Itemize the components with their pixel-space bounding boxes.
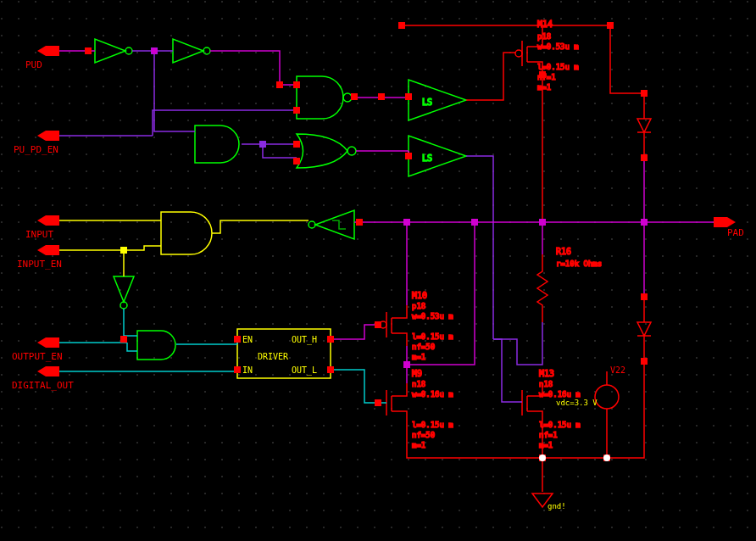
ls1-label: LS (422, 98, 432, 107)
svg-rect-55 (471, 219, 478, 226)
svg-text:p18: p18 (412, 302, 425, 310)
svg-text:r=10k Ohms: r=10k Ohms (556, 259, 602, 268)
svg-text:p18: p18 (537, 32, 551, 41)
svg-rect-44 (293, 81, 300, 88)
svg-text:m=1: m=1 (537, 83, 551, 92)
m14-name: M14 (537, 20, 553, 29)
svg-text:m=1: m=1 (412, 441, 425, 449)
svg-text:w=0.16u m: w=0.16u m (539, 390, 581, 399)
svg-text:n18: n18 (412, 380, 425, 388)
driver-outh: OUT_H (292, 335, 317, 345)
svg-text:vdc=3.3 V: vdc=3.3 V (556, 399, 598, 407)
gnd-label: gnd! (548, 502, 566, 510)
svg-rect-64 (375, 321, 381, 328)
driver-in: IN (242, 365, 253, 375)
svg-rect-62 (327, 336, 334, 343)
svg-rect-47 (293, 141, 300, 148)
driver-name: DRIVER (258, 352, 289, 361)
svg-text:w=0.53u m: w=0.53u m (412, 312, 453, 321)
svg-text:n18: n18 (539, 380, 553, 388)
svg-rect-1 (0, 0, 756, 541)
svg-text:nf=50: nf=50 (412, 343, 435, 351)
svg-point-77 (259, 141, 266, 148)
svg-rect-66 (403, 361, 410, 368)
svg-rect-65 (375, 399, 381, 406)
port-input-label: INPUT (25, 229, 53, 240)
svg-rect-57 (641, 219, 648, 226)
svg-text:w=0.53u m: w=0.53u m (537, 42, 579, 51)
svg-text:l=0.15u m: l=0.15u m (412, 332, 453, 341)
svg-rect-45 (293, 107, 300, 114)
svg-text:l=0.15u m: l=0.15u m (412, 421, 453, 429)
svg-rect-53 (356, 219, 363, 226)
m10-name: M10 (412, 291, 427, 300)
driver-en: EN (242, 335, 253, 344)
ls2-label: LS (422, 153, 432, 163)
svg-rect-70 (641, 154, 648, 161)
port-pud-label: PUD (25, 59, 42, 70)
svg-rect-51 (405, 93, 412, 100)
svg-rect-58 (120, 247, 127, 254)
m9-name: M9 (412, 369, 422, 378)
schematic-canvas[interactable]: PUD PU_PD_EN INPUT INPUT_EN OUTPUT_EN DI… (0, 0, 756, 541)
m13-name: M13 (539, 369, 554, 378)
svg-rect-75 (539, 71, 546, 78)
v22-name: V22 (610, 365, 625, 375)
svg-rect-69 (641, 90, 648, 97)
svg-rect-73 (607, 22, 614, 29)
grid (0, 0, 756, 541)
svg-rect-71 (641, 293, 648, 300)
port-digital-out-label: DIGITAL_OUT (12, 380, 74, 391)
svg-text:l=0.15u m: l=0.15u m (539, 421, 581, 429)
svg-rect-41 (85, 47, 92, 54)
svg-point-76 (151, 47, 158, 54)
port-pad-label: PAD (727, 227, 744, 238)
svg-text:m=1: m=1 (539, 441, 553, 449)
svg-rect-54 (403, 219, 410, 226)
svg-rect-52 (405, 153, 412, 159)
svg-rect-60 (234, 336, 241, 343)
svg-point-79 (603, 455, 610, 461)
svg-point-78 (539, 455, 546, 461)
driver-outl: OUT_L (292, 365, 317, 376)
svg-text:l=0.15u m: l=0.15u m (537, 63, 579, 71)
svg-rect-50 (378, 93, 385, 100)
svg-rect-56 (539, 219, 546, 226)
svg-rect-61 (234, 366, 241, 373)
svg-rect-59 (120, 336, 127, 343)
r16-name: R16 (556, 247, 571, 256)
svg-rect-74 (398, 22, 405, 29)
svg-text:m=1: m=1 (412, 353, 425, 361)
svg-rect-63 (327, 366, 334, 373)
port-pu-pd-en-label: PU_PD_EN (14, 144, 58, 155)
svg-rect-43 (276, 81, 283, 88)
port-input-en-label: INPUT_EN (17, 259, 62, 270)
svg-rect-49 (351, 93, 358, 100)
svg-rect-48 (293, 158, 300, 165)
svg-text:w=0.16u m: w=0.16u m (412, 390, 453, 399)
svg-text:nf=50: nf=50 (412, 431, 435, 439)
svg-rect-72 (641, 358, 648, 365)
port-output-en-label: OUTPUT_EN (12, 351, 63, 362)
